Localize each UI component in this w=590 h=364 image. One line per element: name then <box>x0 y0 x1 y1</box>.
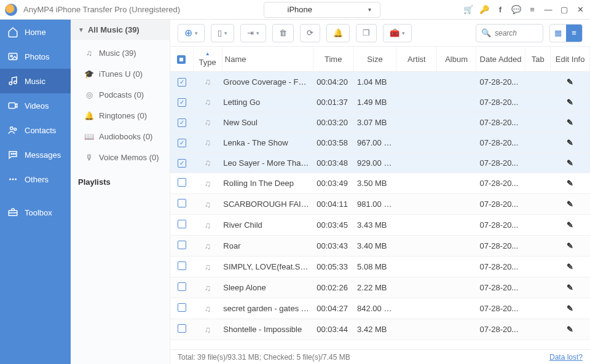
table-row[interactable]: ♫New Soul00:03:203.07 MB07-28-20...✎ <box>170 112 590 133</box>
table-row[interactable]: ♫Leo Sayer - More Than ...00:03:48929.00… <box>170 153 590 173</box>
row-checkbox[interactable] <box>178 261 186 270</box>
playlists-header[interactable]: Playlists <box>71 170 170 194</box>
row-checkbox[interactable] <box>178 159 186 168</box>
col-edit[interactable]: Edit Info <box>551 47 590 72</box>
edit-icon[interactable]: ✎ <box>567 138 573 147</box>
category-item-icon: ◎ <box>84 90 94 99</box>
music-note-icon: ♫ <box>204 97 211 107</box>
close-button[interactable]: ✕ <box>575 5 585 15</box>
row-checkbox[interactable] <box>178 139 186 147</box>
table-row[interactable]: ♫secret garden - gates o...00:04:27842.0… <box>170 298 590 319</box>
category-item[interactable]: 🔔Ringtones (0) <box>71 105 170 126</box>
dedupe-button[interactable]: ❐ <box>356 24 377 42</box>
category-item[interactable]: ♫Music (39) <box>71 42 170 63</box>
edit-icon[interactable]: ✎ <box>567 304 573 313</box>
sidebar-item-others[interactable]: Others <box>0 167 71 192</box>
table-row[interactable]: ♫SIMPLY, LOVE(feat.Shig...00:05:335.08 M… <box>170 257 590 277</box>
table-row[interactable]: ♫Shontelle - Impossible00:03:443.42 MB07… <box>170 319 590 340</box>
table-row[interactable]: ♫Sleep Alone00:02:262.22 MB07-28-20...✎ <box>170 277 590 298</box>
col-tab[interactable]: Tab <box>525 47 551 72</box>
sidebar-item-music[interactable]: Music <box>0 69 71 93</box>
edit-icon[interactable]: ✎ <box>567 220 573 230</box>
category-item-icon: 🎙 <box>84 152 94 162</box>
edit-icon[interactable]: ✎ <box>567 77 573 87</box>
list-view-button[interactable]: ≡ <box>566 25 582 42</box>
search-box[interactable]: 🔍 <box>476 24 543 42</box>
edit-icon[interactable]: ✎ <box>567 98 573 107</box>
cell-tab <box>525 92 551 112</box>
col-artist[interactable]: Artist <box>396 47 437 72</box>
search-input[interactable] <box>495 29 538 37</box>
table-row[interactable]: ♫Lenka - The Show00:03:58967.00 KB07-28-… <box>170 133 590 153</box>
facebook-icon[interactable]: f <box>495 5 505 15</box>
toolbox-button[interactable]: 🧰 ▾ <box>383 24 412 42</box>
edit-icon[interactable]: ✎ <box>567 283 573 292</box>
row-checkbox[interactable] <box>178 78 186 87</box>
row-checkbox[interactable] <box>178 303 186 312</box>
bell-icon: 🔔 <box>333 28 343 37</box>
cell-date: 07-28-20... <box>476 112 525 133</box>
app-logo <box>5 4 17 16</box>
menu-icon[interactable]: ≡ <box>527 5 537 15</box>
data-lost-link[interactable]: Data lost? <box>549 353 583 362</box>
to-device-button[interactable]: ▯ ▾ <box>211 24 234 42</box>
row-checkbox[interactable] <box>178 220 186 228</box>
table-row[interactable]: ♫SCARBOROUGH FAIR ...00:04:11981.00 KB07… <box>170 194 590 215</box>
col-type[interactable]: ▲Type <box>193 47 222 72</box>
svg-point-7 <box>11 153 12 155</box>
col-time[interactable]: Time <box>313 47 353 72</box>
to-pc-button[interactable]: ⇥ ▾ <box>240 24 266 42</box>
cell-tab <box>525 277 551 298</box>
table-row[interactable]: ♫Letting Go00:01:371.49 MB07-28-20...✎ <box>170 92 590 112</box>
col-name[interactable]: Name <box>222 47 313 72</box>
edit-icon[interactable]: ✎ <box>567 262 573 271</box>
device-selector[interactable]: iPhone ▾ <box>264 2 380 18</box>
feedback-icon[interactable]: 💬 <box>511 5 521 15</box>
row-checkbox[interactable] <box>178 282 186 291</box>
grid-view-button[interactable]: ▦ <box>550 25 566 42</box>
sidebar-item-toolbox[interactable]: Toolbox <box>0 200 71 225</box>
sidebar-item-contacts[interactable]: Contacts <box>0 118 71 142</box>
minimize-button[interactable]: — <box>543 5 553 15</box>
col-album[interactable]: Album <box>437 47 476 72</box>
cell-time: 00:05:33 <box>313 257 353 277</box>
edit-icon[interactable]: ✎ <box>567 199 573 209</box>
cell-album <box>437 257 476 277</box>
ringtone-button[interactable]: 🔔 <box>326 24 350 42</box>
category-header[interactable]: ▼ All Music (39) <box>71 20 170 40</box>
table-row[interactable]: ♫Roar00:03:433.40 MB07-28-20...✎ <box>170 236 590 257</box>
category-item[interactable]: 📖Audiobooks (0) <box>71 126 170 147</box>
edit-icon[interactable]: ✎ <box>567 241 573 250</box>
edit-icon[interactable]: ✎ <box>567 179 573 188</box>
edit-icon[interactable]: ✎ <box>567 325 573 334</box>
table-row[interactable]: ♫Groove Coverage - Far ...00:04:201.04 M… <box>170 72 590 92</box>
category-item[interactable]: 🎓iTunes U (0) <box>71 63 170 84</box>
sidebar: HomePhotosMusicVideosContactsMessagesOth… <box>0 20 71 364</box>
register-key-icon[interactable]: 🔑 <box>479 5 489 15</box>
edit-icon[interactable]: ✎ <box>567 158 573 168</box>
row-checkbox[interactable] <box>178 178 186 187</box>
sidebar-item-home[interactable]: Home <box>0 20 71 44</box>
maximize-button[interactable]: ▢ <box>559 5 569 15</box>
add-button[interactable]: ⊕ ▾ <box>178 24 205 42</box>
sidebar-item-videos[interactable]: Videos <box>0 93 71 118</box>
refresh-button[interactable]: ⟳ <box>300 24 320 42</box>
edit-icon[interactable]: ✎ <box>567 118 573 127</box>
col-size[interactable]: Size <box>353 47 396 72</box>
row-checkbox[interactable] <box>178 199 186 207</box>
category-item[interactable]: ◎Podcasts (0) <box>71 84 170 105</box>
cart-icon[interactable]: 🛒 <box>463 5 473 15</box>
select-all-checkbox[interactable] <box>177 55 186 64</box>
cell-date: 07-28-20... <box>476 173 525 194</box>
delete-button[interactable]: 🗑 <box>272 24 294 42</box>
sidebar-item-messages[interactable]: Messages <box>0 142 71 167</box>
table-row[interactable]: ♫Rolling In The Deep00:03:493.50 MB07-28… <box>170 173 590 194</box>
col-date[interactable]: Date Added <box>476 47 525 72</box>
category-item[interactable]: 🎙Voice Memos (0) <box>71 147 170 168</box>
row-checkbox[interactable] <box>178 241 186 249</box>
table-row[interactable]: ♫River Child00:03:453.43 MB07-28-20...✎ <box>170 215 590 236</box>
row-checkbox[interactable] <box>178 118 186 127</box>
sidebar-item-photos[interactable]: Photos <box>0 44 71 69</box>
row-checkbox[interactable] <box>178 324 186 333</box>
row-checkbox[interactable] <box>178 98 186 107</box>
